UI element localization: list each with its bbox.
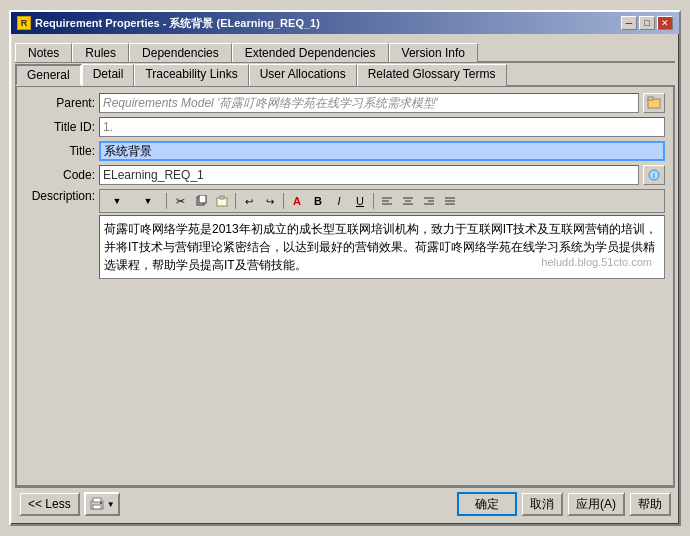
toolbar-sep1 — [166, 193, 167, 209]
align-left-icon — [381, 196, 393, 206]
toolbar-cut-button[interactable]: ✂ — [170, 191, 190, 211]
toolbar-font-color-button[interactable]: A — [287, 191, 307, 211]
main-panel: Parent: Title ID: Title: — [15, 87, 675, 487]
parent-browse-button[interactable] — [643, 93, 665, 113]
tabs-row2-container: General Detail Traceability Links User A… — [15, 63, 675, 87]
less-button[interactable]: << Less — [19, 492, 80, 516]
toolbar-justify-button[interactable] — [440, 191, 460, 211]
align-center-icon — [402, 196, 414, 206]
window-title: Requirement Properties - 系统背景 (ELearning… — [35, 16, 320, 31]
window-content: Notes Rules Dependencies Extended Depend… — [11, 34, 679, 524]
toolbar-bold-button[interactable]: B — [308, 191, 328, 211]
cancel-button[interactable]: 取消 — [521, 492, 563, 516]
svg-rect-5 — [199, 195, 206, 203]
svg-rect-22 — [93, 505, 101, 509]
toolbar-align-left-button[interactable] — [377, 191, 397, 211]
print-icon — [89, 497, 105, 511]
toolbar-sep2 — [235, 193, 236, 209]
tabs-row1: Notes Rules Dependencies Extended Depend… — [15, 42, 675, 63]
parent-label: Parent: — [25, 96, 95, 110]
paste-icon — [216, 195, 228, 207]
footer: << Less ▼ 确定 取消 应用(A) 帮助 — [15, 487, 675, 520]
toolbar-font-dropdown[interactable]: ▼ — [133, 191, 163, 211]
svg-rect-7 — [220, 196, 224, 199]
parent-input[interactable] — [99, 93, 639, 113]
align-right-icon — [423, 196, 435, 206]
tab-rules[interactable]: Rules — [72, 43, 129, 62]
toolbar-underline-button[interactable]: U — [350, 191, 370, 211]
tab-related-glossary-terms[interactable]: Related Glossary Terms — [357, 64, 507, 86]
apply-button[interactable]: 应用(A) — [567, 492, 625, 516]
copy-icon — [195, 195, 207, 207]
confirm-button[interactable]: 确定 — [457, 492, 517, 516]
close-button[interactable]: ✕ — [657, 16, 673, 30]
code-input[interactable] — [99, 165, 639, 185]
svg-point-23 — [100, 502, 102, 504]
toolbar-style-dropdown[interactable]: ▼ — [102, 191, 132, 211]
code-label: Code: — [25, 168, 95, 182]
browse-icon — [647, 96, 661, 110]
tab-version-info[interactable]: Version Info — [389, 43, 478, 62]
maximize-button[interactable]: □ — [639, 16, 655, 30]
toolbar-sep3 — [283, 193, 284, 209]
tab-general[interactable]: General — [15, 64, 82, 86]
title-id-input[interactable] — [99, 117, 665, 137]
tab-detail[interactable]: Detail — [82, 64, 135, 86]
tab-traceability-links[interactable]: Traceability Links — [134, 64, 248, 86]
title-field-row: Title: — [25, 141, 665, 161]
toolbar-copy-button[interactable] — [191, 191, 211, 211]
watermark: heludd.blog.51cto.com — [541, 254, 652, 271]
description-toolbar: ▼ ▼ ✂ — [99, 189, 665, 213]
tabs-row1-container: Notes Rules Dependencies Extended Depend… — [15, 42, 675, 63]
tab-extended-dependencies[interactable]: Extended Dependencies — [232, 43, 389, 62]
parent-field-row: Parent: — [25, 93, 665, 113]
title-bar-left: R Requirement Properties - 系统背景 (ELearni… — [17, 16, 320, 31]
tab-dependencies[interactable]: Dependencies — [129, 43, 232, 62]
code-browse-button[interactable]: i — [643, 165, 665, 185]
title-id-field-row: Title ID: — [25, 117, 665, 137]
minimize-button[interactable]: ─ — [621, 16, 637, 30]
title-id-label: Title ID: — [25, 120, 95, 134]
justify-icon — [444, 196, 456, 206]
toolbar-paste-button[interactable] — [212, 191, 232, 211]
print-button[interactable]: ▼ — [84, 492, 120, 516]
title-input[interactable] — [99, 141, 665, 161]
tab-notes[interactable]: Notes — [15, 43, 72, 62]
title-label: Title: — [25, 144, 95, 158]
toolbar-undo-button[interactable]: ↩ — [239, 191, 259, 211]
description-label-row: Description: ▼ ▼ ✂ — [25, 189, 665, 279]
tab-user-allocations[interactable]: User Allocations — [249, 64, 357, 86]
description-label: Description: — [25, 189, 95, 203]
title-bar: R Requirement Properties - 系统背景 (ELearni… — [11, 12, 679, 34]
print-dropdown-arrow: ▼ — [107, 500, 115, 509]
toolbar-sep4 — [373, 193, 374, 209]
description-textarea[interactable]: 荷露叮咚网络学苑是2013年初成立的成长型互联网培训机构，致力于互联网IT技术及… — [99, 215, 665, 279]
toolbar-redo-button[interactable]: ↪ — [260, 191, 280, 211]
main-window: R Requirement Properties - 系统背景 (ELearni… — [9, 10, 681, 526]
svg-rect-21 — [93, 498, 101, 502]
toolbar-align-center-button[interactable] — [398, 191, 418, 211]
toolbar-italic-button[interactable]: I — [329, 191, 349, 211]
code-field-row: Code: i — [25, 165, 665, 185]
svg-text:i: i — [653, 171, 655, 180]
window-icon: R — [17, 16, 31, 30]
toolbar-align-right-button[interactable] — [419, 191, 439, 211]
window-controls: ─ □ ✕ — [621, 16, 673, 30]
svg-rect-1 — [648, 97, 653, 100]
help-button[interactable]: 帮助 — [629, 492, 671, 516]
code-browse-icon: i — [647, 168, 661, 182]
tabs-row2: General Detail Traceability Links User A… — [15, 63, 675, 87]
